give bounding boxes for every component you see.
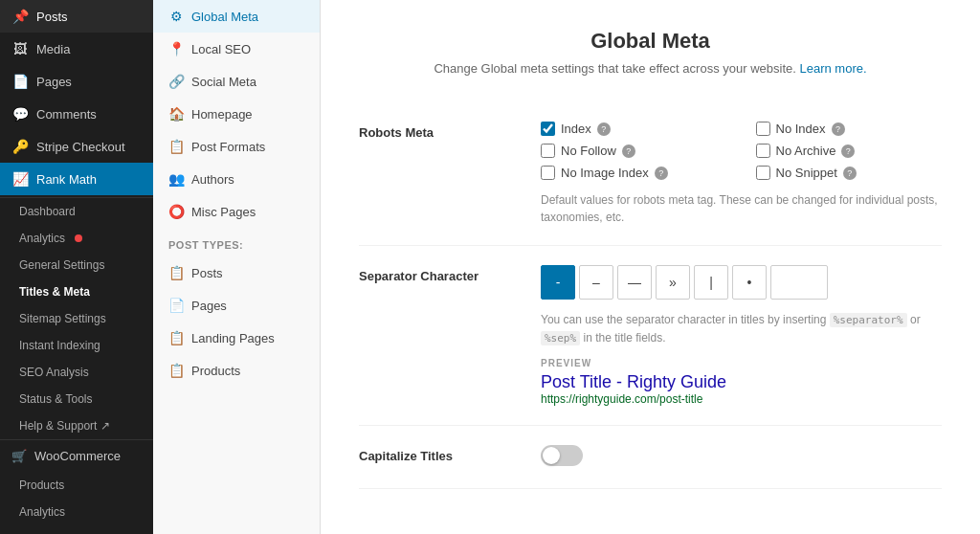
landing-pages-icon: 📋 — [168, 330, 184, 345]
page-title: Global Meta — [359, 29, 942, 54]
post-types-label: Post Types: — [153, 228, 320, 256]
robots-meta-label: Robots Meta — [359, 122, 512, 140]
sidebar-sub-seo[interactable]: SEO Analysis — [0, 359, 153, 386]
social-meta-icon: 🔗 — [168, 74, 184, 89]
no-archive-checkbox[interactable] — [756, 144, 770, 158]
sep-btn-bullet[interactable]: • — [732, 265, 767, 300]
comments-icon: 💬 — [11, 106, 29, 122]
no-archive-help-icon[interactable]: ? — [841, 145, 855, 158]
sub-sidebar-pages-type[interactable]: 📄 Pages — [153, 289, 320, 322]
toggle-knob — [543, 447, 560, 464]
sep-btn-en-dash[interactable]: – — [579, 265, 613, 300]
capitalize-label: Capitalize Titles — [359, 445, 512, 463]
sep-btn-em-dash[interactable]: — — [617, 265, 652, 300]
robots-grid: Index ? No Index ? No Follow ? No Archiv… — [541, 122, 942, 180]
sep-btn-chevron[interactable]: » — [656, 265, 690, 300]
authors-icon: 👥 — [168, 171, 184, 187]
no-index-help-icon[interactable]: ? — [832, 122, 845, 136]
sub-sidebar-landing-pages[interactable]: 📋 Landing Pages — [153, 322, 320, 354]
sidebar-sub-indexing[interactable]: Instant Indexing — [0, 332, 153, 359]
checkbox-no-snippet: No Snippet ? — [756, 166, 943, 180]
sidebar-item-posts[interactable]: 📌 Posts — [0, 0, 153, 33]
homepage-icon: 🏠 — [168, 106, 184, 122]
posts-type-icon: 📋 — [168, 265, 184, 280]
sidebar-sub-analytics-woo[interactable]: Analytics — [0, 499, 153, 525]
separator-label: Separator Character — [359, 265, 512, 283]
sub-sidebar-misc-pages[interactable]: ⭕ Misc Pages — [153, 195, 320, 228]
index-checkbox[interactable] — [541, 122, 555, 136]
pages-icon: 📄 — [11, 74, 29, 89]
media-icon: 🖼 — [11, 41, 29, 56]
sidebar-item-pages[interactable]: 📄 Pages — [0, 65, 153, 98]
local-seo-icon: 📍 — [168, 41, 184, 56]
sidebar-sub-dashboard[interactable]: Dashboard — [0, 198, 153, 225]
learn-more-link[interactable]: Learn more. — [799, 61, 866, 76]
sidebar-item-stripe[interactable]: 🔑 Stripe Checkout — [0, 130, 153, 163]
sidebar-sub-analytics[interactable]: Analytics — [0, 225, 153, 252]
preview-title: Post Title - Righty Guide — [541, 372, 942, 392]
checkbox-index: Index ? — [541, 122, 727, 136]
sidebar: 📌 Posts 🖼 Media 📄 Pages 💬 Comments 🔑 Str… — [0, 0, 153, 534]
no-snippet-checkbox[interactable] — [756, 166, 770, 180]
separator-custom-input[interactable] — [770, 265, 828, 300]
sidebar-sub-general[interactable]: General Settings — [0, 252, 153, 278]
rankmath-submenu: Dashboard Analytics General Settings Tit… — [0, 197, 153, 439]
index-help-icon[interactable]: ? — [597, 122, 611, 136]
checkbox-no-follow: No Follow ? — [541, 144, 727, 158]
analytics-badge — [75, 234, 82, 242]
rankmath-icon: 📈 — [11, 171, 29, 187]
sidebar-item-media[interactable]: 🖼 Media — [0, 33, 153, 65]
checkbox-no-image-index: No Image Index ? — [541, 166, 727, 180]
robots-meta-content: Index ? No Index ? No Follow ? No Archiv… — [541, 122, 942, 226]
sidebar-item-comments[interactable]: 💬 Comments — [0, 98, 153, 130]
sidebar-sub-status[interactable]: Status & Tools — [0, 386, 153, 412]
sub-sidebar-products[interactable]: 📋 Products — [153, 354, 320, 387]
page-subtitle: Change Global meta settings that take ef… — [359, 61, 942, 76]
sep-btn-pipe[interactable]: | — [694, 265, 728, 300]
pages-type-icon: 📄 — [168, 298, 184, 313]
sidebar-item-woocommerce[interactable]: 🛒 WooCommerce — [0, 439, 153, 472]
sub-sidebar-posts[interactable]: 📋 Posts — [153, 256, 320, 289]
no-index-checkbox[interactable] — [756, 122, 770, 136]
separator-description: You can use the separator character in t… — [541, 311, 942, 346]
no-image-index-checkbox[interactable] — [541, 166, 555, 180]
separator-code1: %separator% — [830, 313, 907, 327]
robots-description: Default values for robots meta tag. Thes… — [541, 191, 942, 226]
global-meta-icon: ⚙ — [168, 9, 184, 24]
products-icon: 📋 — [168, 363, 184, 378]
capitalize-content — [541, 445, 942, 469]
sub-sidebar-global-meta[interactable]: ⚙ Global Meta — [153, 0, 320, 33]
stripe-icon: 🔑 — [11, 139, 29, 154]
sub-sidebar-authors[interactable]: 👥 Authors — [153, 163, 320, 195]
separator-buttons-group: - – — » | • — [541, 265, 942, 300]
sidebar-sub-products[interactable]: Products — [0, 472, 153, 499]
misc-pages-icon: ⭕ — [168, 204, 184, 219]
no-image-index-help-icon[interactable]: ? — [655, 167, 668, 180]
sub-sidebar-homepage[interactable]: 🏠 Homepage — [153, 98, 320, 130]
main-content: Global Meta Change Global meta settings … — [321, 0, 980, 534]
separator-code2: %sep% — [541, 331, 580, 345]
sidebar-sub-titles[interactable]: Titles & Meta — [0, 278, 153, 305]
checkbox-no-archive: No Archive ? — [756, 144, 943, 158]
separator-content: - – — » | • You can use the separator ch… — [541, 265, 942, 406]
posts-icon: 📌 — [11, 9, 29, 24]
sidebar-item-rankmath[interactable]: 📈 Rank Math — [0, 163, 153, 195]
robots-meta-row: Robots Meta Index ? No Index ? No Follow… — [359, 102, 942, 246]
post-formats-icon: 📋 — [168, 139, 184, 154]
sidebar-sub-marketing[interactable]: Marketing — [0, 525, 153, 534]
capitalize-row: Capitalize Titles — [359, 426, 942, 489]
preview-label: PREVIEW — [541, 358, 942, 368]
sub-sidebar-social-meta[interactable]: 🔗 Social Meta — [153, 65, 320, 98]
separator-row: Separator Character - – — » | • You can … — [359, 246, 942, 426]
no-snippet-help-icon[interactable]: ? — [843, 167, 857, 180]
sub-sidebar: ⚙ Global Meta 📍 Local SEO 🔗 Social Meta … — [153, 0, 321, 534]
preview-url: https://rightyguide.com/post-title — [541, 392, 942, 406]
no-follow-help-icon[interactable]: ? — [622, 145, 635, 158]
sep-btn-dash[interactable]: - — [541, 265, 575, 300]
no-follow-checkbox[interactable] — [541, 144, 555, 158]
sidebar-sub-sitemap[interactable]: Sitemap Settings — [0, 305, 153, 332]
sub-sidebar-local-seo[interactable]: 📍 Local SEO — [153, 33, 320, 65]
capitalize-toggle[interactable] — [541, 445, 583, 466]
sub-sidebar-post-formats[interactable]: 📋 Post Formats — [153, 130, 320, 163]
sidebar-sub-help[interactable]: Help & Support ↗ — [0, 412, 153, 439]
